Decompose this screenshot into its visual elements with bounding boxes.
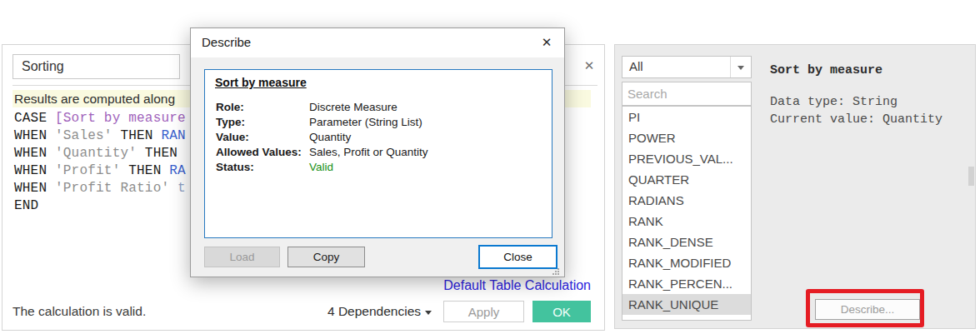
describe-dialog: Describe ✕ Sort by measure Role:Discrete… xyxy=(190,27,565,277)
default-table-calculation-link[interactable]: Default Table Calculation xyxy=(443,278,591,295)
parameter-description-text: Data type: String Current value: Quantit… xyxy=(770,93,942,128)
function-list-item[interactable]: RANK_PERCEN... xyxy=(622,273,751,294)
chevron-down-icon xyxy=(425,311,432,315)
dialog-title: Describe xyxy=(202,35,251,49)
resize-grip-icon[interactable] xyxy=(552,268,554,270)
close-icon[interactable]: ✕ xyxy=(539,35,554,50)
function-list[interactable]: PIPOWERPREVIOUS_VAL...QUARTERRADIANSRANK… xyxy=(622,106,752,321)
chevron-down-icon xyxy=(738,66,744,70)
function-list-item[interactable]: QUARTER xyxy=(622,169,751,190)
function-list-item[interactable]: RANK_UNIQUE xyxy=(622,294,751,315)
parameter-description-title: Sort by measure xyxy=(770,63,882,77)
function-list-item[interactable]: RANK xyxy=(622,211,751,232)
close-button[interactable]: Close xyxy=(478,245,558,269)
load-button: Load xyxy=(204,247,280,267)
ok-button[interactable]: OK xyxy=(532,301,591,322)
function-list-item[interactable]: RANK_MODIFIED xyxy=(622,252,751,273)
property-row: Type:Parameter (String List) xyxy=(216,115,428,130)
parameter-name-heading: Sort by measure xyxy=(215,76,307,89)
function-category-value: All xyxy=(629,59,643,73)
parameter-properties-table: Role:Discrete MeasureType:Parameter (Str… xyxy=(216,100,428,175)
function-list-item[interactable]: POWER xyxy=(622,127,751,148)
close-icon[interactable]: ✕ xyxy=(582,59,596,72)
function-list-item[interactable]: RANK_DENSE xyxy=(622,232,751,252)
describe-button[interactable]: Describe... xyxy=(815,299,920,320)
property-row: Value:Quantity xyxy=(216,130,428,145)
property-row: Status:Valid xyxy=(216,160,428,175)
function-list-item[interactable]: PI xyxy=(622,107,751,127)
dropdown-arrow-box xyxy=(730,57,751,77)
editor-footer: The calculation is valid. 4 Dependencies… xyxy=(12,301,591,322)
property-row: Allowed Values:Sales, Profit or Quantity xyxy=(216,145,428,160)
calculation-name-input[interactable] xyxy=(12,54,180,79)
function-list-item[interactable]: REGEXP_EXTR... xyxy=(622,315,751,321)
scrollbar-thumb[interactable] xyxy=(968,167,974,186)
calculation-status-text: The calculation is valid. xyxy=(12,304,146,319)
copy-button[interactable]: Copy xyxy=(288,247,365,267)
function-list-item[interactable]: PREVIOUS_VAL... xyxy=(622,148,751,169)
functions-panel: All PIPOWERPREVIOUS_VAL...QUARTERRADIANS… xyxy=(614,44,976,329)
property-row: Role:Discrete Measure xyxy=(216,100,428,115)
dialog-content-box: Sort by measure Role:Discrete MeasureTyp… xyxy=(204,69,552,238)
function-category-dropdown[interactable]: All xyxy=(622,56,752,78)
dependencies-label: 4 Dependencies xyxy=(328,304,421,319)
function-list-item[interactable]: RADIANS xyxy=(622,190,751,211)
dialog-titlebar[interactable]: Describe ✕ xyxy=(191,28,564,57)
function-search-input[interactable] xyxy=(622,82,752,106)
apply-button[interactable]: Apply xyxy=(443,301,524,322)
dependencies-dropdown[interactable]: 4 Dependencies xyxy=(328,304,432,319)
